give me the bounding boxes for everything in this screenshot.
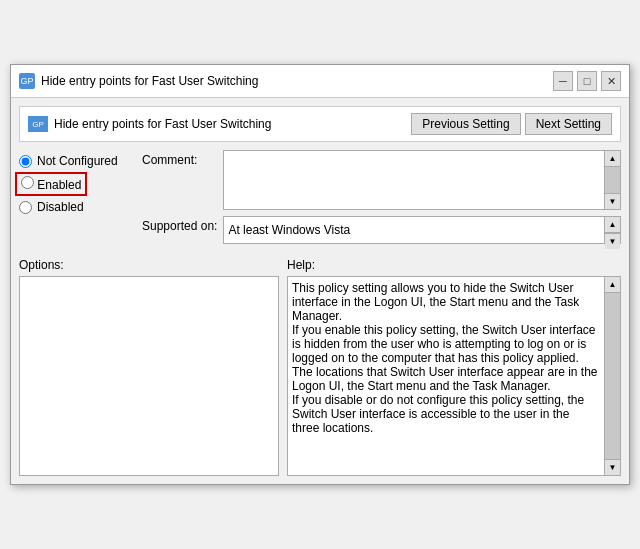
- help-panel: Help: This policy setting allows you to …: [287, 258, 621, 476]
- comment-scroll-track: [605, 167, 620, 193]
- close-button[interactable]: ✕: [601, 71, 621, 91]
- comment-row: Comment: ▲ ▼: [142, 150, 621, 210]
- radio-group: Not Configured Enabled Disabled: [19, 150, 134, 218]
- not-configured-label: Not Configured: [37, 154, 118, 168]
- comment-label: Comment:: [142, 150, 217, 167]
- help-label: Help:: [287, 258, 621, 272]
- title-bar: GP Hide entry points for Fast User Switc…: [11, 65, 629, 98]
- disabled-option[interactable]: Disabled: [19, 200, 134, 214]
- options-panel: Options:: [19, 258, 279, 476]
- comment-scroll-up[interactable]: ▲: [605, 151, 620, 167]
- bottom-section: Options: Help: This policy setting allow…: [19, 258, 621, 476]
- header-row: GP Hide entry points for Fast User Switc…: [19, 106, 621, 142]
- not-configured-radio[interactable]: [19, 155, 32, 168]
- main-window: GP Hide entry points for Fast User Switc…: [10, 64, 630, 485]
- options-label: Options:: [19, 258, 279, 272]
- comment-box[interactable]: [224, 151, 604, 209]
- help-scroll-down[interactable]: ▼: [605, 459, 620, 475]
- content-area: GP Hide entry points for Fast User Switc…: [11, 98, 629, 484]
- help-paragraph: If you enable this policy setting, the S…: [292, 323, 600, 365]
- title-bar-controls: ─ □ ✕: [553, 71, 621, 91]
- help-paragraph: This policy setting allows you to hide t…: [292, 281, 600, 323]
- help-box: This policy setting allows you to hide t…: [288, 277, 604, 475]
- enabled-radio[interactable]: [21, 176, 34, 189]
- header-title-area: GP Hide entry points for Fast User Switc…: [28, 116, 271, 132]
- supported-scroll-down[interactable]: ▼: [605, 233, 620, 249]
- comment-area: ▲ ▼: [223, 150, 621, 210]
- disabled-radio[interactable]: [19, 201, 32, 214]
- next-setting-button[interactable]: Next Setting: [525, 113, 612, 135]
- previous-setting-button[interactable]: Previous Setting: [411, 113, 520, 135]
- main-content: Not Configured Enabled Disabled: [19, 150, 621, 250]
- help-scroll-up[interactable]: ▲: [605, 277, 620, 293]
- supported-scrollbar: ▲ ▼: [604, 217, 620, 243]
- options-box: [19, 276, 279, 476]
- supported-scroll-up[interactable]: ▲: [605, 217, 620, 233]
- window-icon: GP: [19, 73, 35, 89]
- maximize-button[interactable]: □: [577, 71, 597, 91]
- title-bar-left: GP Hide entry points for Fast User Switc…: [19, 73, 258, 89]
- header-title: Hide entry points for Fast User Switchin…: [54, 117, 271, 131]
- right-panel: Comment: ▲ ▼ Supported on: At least Wind…: [142, 150, 621, 250]
- help-paragraph: If you disable or do not configure this …: [292, 393, 600, 435]
- enabled-label: Enabled: [37, 178, 81, 192]
- help-paragraph: The locations that Switch User interface…: [292, 365, 600, 393]
- left-panel: Not Configured Enabled Disabled: [19, 150, 134, 250]
- window-title: Hide entry points for Fast User Switchin…: [41, 74, 258, 88]
- header-icon: GP: [28, 116, 48, 132]
- supported-area: At least Windows Vista ▲ ▼: [223, 216, 621, 244]
- supported-row: Supported on: At least Windows Vista ▲ ▼: [142, 216, 621, 244]
- enabled-option[interactable]: Enabled: [19, 172, 134, 196]
- supported-label: Supported on:: [142, 216, 217, 233]
- enabled-option-highlight: Enabled: [15, 172, 87, 196]
- not-configured-option[interactable]: Not Configured: [19, 154, 134, 168]
- supported-value: At least Windows Vista: [224, 217, 604, 243]
- comment-scroll-down[interactable]: ▼: [605, 193, 620, 209]
- help-scrollbar: ▲ ▼: [604, 277, 620, 475]
- comment-scrollbar: ▲ ▼: [604, 151, 620, 209]
- minimize-button[interactable]: ─: [553, 71, 573, 91]
- disabled-label: Disabled: [37, 200, 84, 214]
- header-buttons: Previous Setting Next Setting: [411, 113, 612, 135]
- help-scroll-track: [605, 293, 620, 459]
- help-area: This policy setting allows you to hide t…: [287, 276, 621, 476]
